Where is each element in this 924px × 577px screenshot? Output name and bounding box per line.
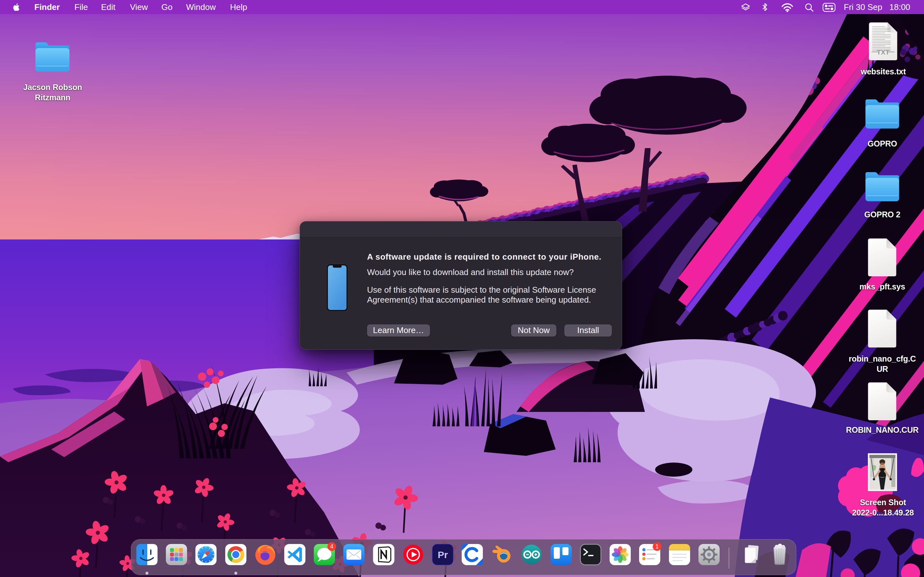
svg-text:4: 4 bbox=[330, 543, 333, 550]
svg-text:1: 1 bbox=[656, 543, 659, 550]
svg-text:Pr: Pr bbox=[438, 550, 448, 560]
